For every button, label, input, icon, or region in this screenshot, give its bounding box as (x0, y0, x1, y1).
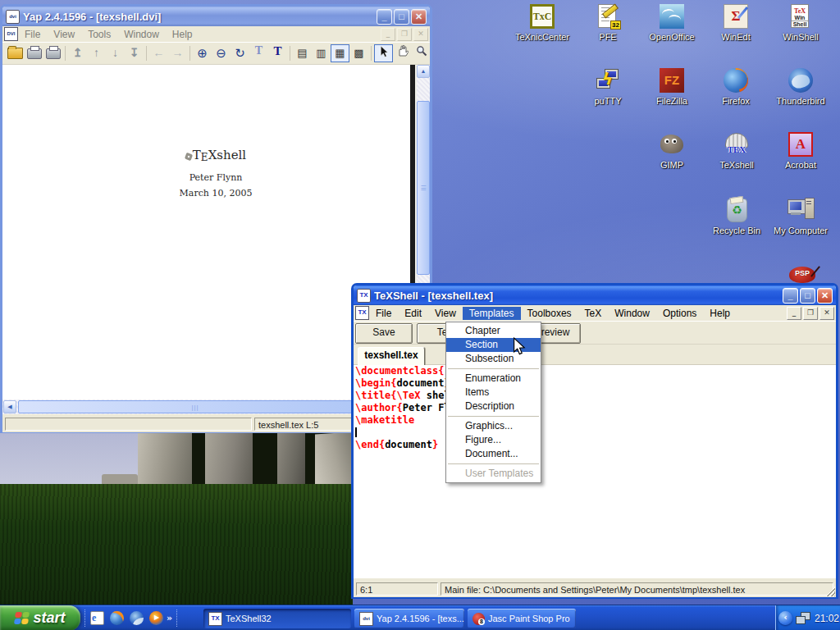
magnifier-tool-button[interactable] (412, 44, 431, 62)
menu-item-graphics[interactable]: Graphics... (446, 419, 541, 433)
desktop-icon-my-computer[interactable]: My Computer (769, 197, 833, 235)
yap-close-button[interactable]: ✕ (411, 9, 427, 25)
menu-item-chapter[interactable]: Chapter (446, 324, 541, 338)
quick-launch-media-player-icon[interactable]: ▶ (149, 611, 163, 625)
texshell-minimize-button[interactable]: _ (783, 288, 798, 304)
resize-grip[interactable] (825, 587, 835, 596)
desktop-icon-thunderbird[interactable]: Thunderbird (769, 67, 833, 106)
two-page-view-button[interactable]: ▥ (312, 44, 331, 62)
yap-titlebar[interactable]: dvi Yap 2.4.1596 - [texshell.dvi] _ □ ✕ (2, 7, 430, 26)
yap-menu-file[interactable]: File (18, 28, 47, 41)
continuous-view-button[interactable]: ▦ (331, 44, 349, 62)
yap-menu-tools[interactable]: Tools (81, 28, 117, 41)
ruler-tool-button[interactable]: T (249, 44, 268, 62)
desktop-icon-pfe[interactable]: 32 PFE (576, 3, 640, 42)
quick-launch-overflow-chevron[interactable]: » (167, 613, 172, 623)
texshell-maximize-button[interactable]: □ (800, 288, 815, 304)
yap-mdi-restore-button[interactable]: ❐ (397, 28, 412, 41)
start-button[interactable]: start (0, 605, 80, 630)
taskbar-button-texshell[interactable]: TX TeXShell32 (203, 609, 351, 628)
menu-item-subsection[interactable]: Subsection (446, 352, 541, 366)
menu-item-figure[interactable]: Figure... (446, 433, 541, 447)
last-page-button[interactable]: ↧ (125, 44, 144, 62)
texshell-close-button[interactable]: ✕ (817, 288, 833, 304)
next-page-button[interactable]: ↓ (106, 44, 125, 62)
desktop-icon-gimp[interactable]: GIMP (640, 131, 704, 170)
desktop-icon-paint-shop-pro[interactable]: PSP (788, 265, 817, 285)
refresh-button[interactable]: ↻ (231, 44, 249, 62)
tab-texshell-tex[interactable]: texshell.tex (358, 347, 425, 366)
open-button[interactable] (6, 44, 25, 62)
yap-menu-view[interactable]: View (47, 28, 81, 41)
first-page-button[interactable]: ↥ (68, 44, 87, 62)
yap-mdi-minimize-button[interactable]: _ (381, 28, 395, 41)
menu-help[interactable]: Help (703, 307, 737, 320)
desktop-icon-putty[interactable]: ϟ puTTY (576, 67, 640, 106)
select-tool-button[interactable] (374, 44, 393, 62)
menu-tex[interactable]: TeX (578, 307, 609, 320)
desktop-icon-filezilla[interactable]: FZ FileZilla (640, 67, 704, 106)
desktop-icon-winedt[interactable]: Σ WinEdt (704, 3, 768, 42)
mdi-restore-button[interactable]: ❐ (803, 307, 818, 320)
menu-options[interactable]: Options (656, 307, 703, 320)
menu-view[interactable]: View (428, 307, 463, 320)
yap-maximize-button[interactable]: □ (394, 9, 409, 25)
continuous-facing-view-button[interactable]: ▩ (349, 44, 368, 62)
menu-item-user-templates[interactable]: User Templates (446, 467, 541, 481)
previous-page-button[interactable]: ↑ (87, 44, 106, 62)
quick-launch-firefox-icon[interactable] (110, 611, 124, 625)
icon-label: WinShell (769, 32, 833, 42)
yap-minimize-button[interactable]: _ (377, 9, 392, 25)
horizontal-scroll-thumb[interactable]: ||| (18, 400, 372, 413)
winshell-icon: TeXWinShell (788, 3, 814, 30)
putty-icon: ϟ (595, 67, 621, 94)
texshell-menubar: TX File Edit View Templates Toolboxes Te… (354, 305, 836, 322)
menu-item-items[interactable]: Items (446, 386, 541, 399)
menu-item-enumeration[interactable]: Enumeration (446, 372, 541, 386)
yap-menu-help[interactable]: Help (166, 28, 199, 41)
menu-window[interactable]: Window (608, 307, 656, 320)
mdi-close-button[interactable]: ✕ (819, 307, 834, 320)
desktop-icon-winshell[interactable]: TeXWinShell WinShell (769, 3, 833, 42)
taskbar-button-yap[interactable]: dvi Yap 2.4.1596 - [texs... (354, 609, 464, 628)
print-page-button[interactable] (43, 44, 62, 62)
quick-launch-outlook-express-icon[interactable]: e (90, 611, 104, 625)
menu-item-document[interactable]: Document... (446, 447, 541, 461)
icon-label: GIMP (640, 160, 704, 170)
back-button[interactable]: ← (149, 44, 168, 62)
menu-toolboxes[interactable]: Toolboxes (521, 307, 578, 320)
yap-mdi-close-button[interactable]: ✕ (413, 28, 428, 41)
menu-edit[interactable]: Edit (398, 307, 428, 320)
quick-launch-thunderbird-icon[interactable] (130, 611, 144, 625)
desktop-icon-acrobat[interactable]: A Acrobat (769, 131, 833, 170)
zoom-in-button[interactable]: ⊕ (193, 44, 212, 62)
mdi-minimize-button[interactable]: _ (787, 307, 801, 320)
menu-item-section[interactable]: Section (446, 338, 541, 352)
desktop-icon-texshell[interactable]: TEX TeXshell (705, 131, 769, 170)
texshell-titlebar[interactable]: TX TeXShell - [texshell.tex] _ □ ✕ (354, 285, 836, 305)
menu-item-description[interactable]: Description (446, 399, 541, 413)
single-page-view-button[interactable]: ▤ (293, 44, 312, 62)
desktop-icon-openoffice[interactable]: OpenOffice (640, 3, 704, 42)
hand-tool-button[interactable] (393, 44, 412, 62)
pfe-icon: 32 (595, 3, 621, 30)
menu-file[interactable]: File (369, 307, 398, 320)
print-button[interactable] (25, 44, 43, 62)
desktop-icon-recycle-bin[interactable]: ♻ Recycle Bin (705, 197, 769, 235)
text-tool-button[interactable]: T (268, 44, 287, 62)
desktop-icon-firefox[interactable]: Firefox (704, 67, 768, 106)
yap-menu-window[interactable]: Window (117, 28, 166, 41)
menu-templates[interactable]: Templates (463, 307, 521, 320)
network-tray-icon[interactable] (796, 612, 810, 625)
zoom-out-button[interactable]: ⊖ (212, 44, 231, 62)
tray-collapse-chevron[interactable]: ‹ (778, 611, 792, 625)
vertical-scroll-thumb[interactable]: ☰ (417, 101, 430, 275)
desktop-icon-texniccenter[interactable]: TxC TeXnicCenter (510, 3, 574, 42)
scroll-left-button[interactable]: ◀ (3, 400, 16, 413)
scroll-up-button[interactable]: ▲ (417, 65, 430, 78)
editor-area[interactable]: \documentclass{ \begin{document} \title{… (354, 365, 836, 578)
forward-button[interactable]: → (168, 44, 187, 62)
save-button[interactable]: Save (355, 323, 413, 344)
yap-app-icon: dvi (6, 10, 20, 24)
taskbar-button-paint-shop-pro[interactable]: 8 Jasc Paint Shop Pro (468, 609, 576, 628)
